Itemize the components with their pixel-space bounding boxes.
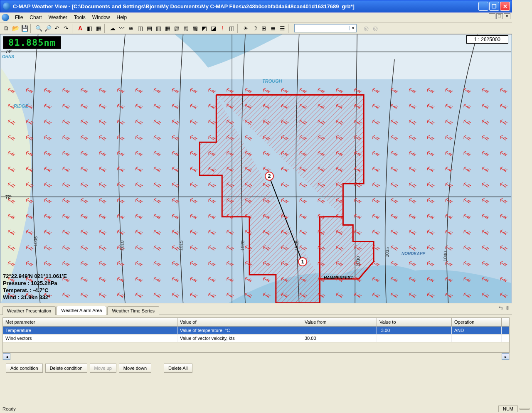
separator-icon: [237, 24, 240, 33]
tool-icon[interactable]: ≣: [268, 24, 278, 33]
tab-pin-icon[interactable]: ⇆: [499, 305, 503, 311]
tool-icon[interactable]: ⊞: [259, 24, 268, 33]
menu-chart[interactable]: Chart: [26, 14, 45, 21]
wx-icon[interactable]: ☁: [108, 24, 117, 33]
app-icon: [3, 2, 10, 10]
isobar-label: 1010: [119, 241, 125, 251]
cell-valueto: -3.00: [377, 327, 452, 334]
mdi-restore-button[interactable]: ❐: [496, 13, 503, 19]
col-header-param[interactable]: Met parameter: [3, 318, 177, 326]
tool-icon[interactable]: ☀: [241, 24, 250, 33]
wx-icon[interactable]: ◩: [200, 24, 209, 33]
a-tool-icon[interactable]: A: [76, 24, 85, 33]
grid-header: Met parameter Value of Value from Value …: [3, 318, 509, 327]
zoom-out-icon[interactable]: 🔎: [43, 24, 52, 33]
cell-valueto: [377, 334, 452, 342]
tool-icon[interactable]: ☽: [250, 24, 259, 33]
wx-icon[interactable]: ◫: [135, 24, 145, 33]
wx-icon[interactable]: ▧: [172, 24, 181, 33]
isobar-label: 1035: [384, 247, 390, 258]
move-up-button[interactable]: Move up: [90, 364, 116, 373]
window-title: C-MAP Weather View - [C:\Documents and S…: [13, 3, 478, 10]
mdi-icon: [2, 14, 9, 21]
scroll-left-icon[interactable]: ◂: [3, 353, 10, 360]
delete-condition-button[interactable]: Delete condition: [45, 364, 87, 373]
circle-icon[interactable]: ◎: [371, 24, 380, 33]
tab-weather-presentation[interactable]: Weather Presentation: [2, 306, 56, 315]
circle-icon[interactable]: ◎: [362, 24, 371, 33]
chart-map[interactable]: // programmatically stamp wind barbs gri…: [0, 34, 512, 303]
alert-icon[interactable]: !: [218, 24, 227, 33]
wx-icon[interactable]: ◫: [227, 24, 236, 33]
cursor-position: 72°22.949'N 021°11.061'E: [3, 273, 67, 280]
isobar-label: 1030: [355, 256, 361, 267]
alarm-grid-panel: Met parameter Value of Value from Value …: [0, 315, 512, 379]
new-icon[interactable]: 🗎: [2, 24, 11, 33]
status-ready: Ready: [2, 406, 16, 411]
grid-row[interactable]: Temperature Value of temperature, °C -3.…: [3, 327, 509, 334]
wx-icon[interactable]: ▩: [190, 24, 200, 33]
cursor-info-box: 72°22.949'N 021°11.061'E Pressure : 1025…: [3, 273, 67, 301]
col-header-operation[interactable]: Operation: [452, 318, 502, 326]
wx-icon[interactable]: ▤: [145, 24, 154, 33]
wx-icon[interactable]: 〰: [117, 24, 126, 33]
waypoint-1[interactable]: 1: [298, 257, 307, 266]
map-label-nordkapp: NORDKAPP: [401, 251, 425, 256]
col-header-valuefrom[interactable]: Value from: [302, 318, 377, 326]
save-icon[interactable]: 💾: [20, 24, 29, 33]
menu-file[interactable]: File: [12, 14, 26, 21]
cell-param: Temperature: [3, 327, 177, 334]
cursor-wind: Wind : 31.9kn 332°: [3, 294, 67, 301]
menu-tools[interactable]: Tools: [71, 14, 89, 21]
menu-help[interactable]: Help: [113, 14, 131, 21]
waypoint-2[interactable]: 2: [265, 172, 274, 181]
status-bar: Ready NUM: [0, 404, 512, 413]
undo-icon[interactable]: ↶: [52, 24, 62, 33]
layers-icon[interactable]: ▦: [94, 24, 103, 33]
tab-close-icon[interactable]: ⊗: [505, 305, 510, 311]
wx-icon[interactable]: ≋: [126, 24, 135, 33]
wx-icon[interactable]: ▦: [163, 24, 172, 33]
add-condition-button[interactable]: Add condition: [6, 364, 43, 373]
separator-icon: [72, 24, 74, 33]
close-button[interactable]: ✕: [500, 2, 510, 11]
tab-weather-alarm-area[interactable]: Weather Alarm Area: [57, 306, 106, 315]
map-label-ridge: RIDGE: [14, 103, 28, 108]
cell-operation: AND: [452, 327, 502, 334]
cell-operation: [452, 334, 502, 342]
palette-icon[interactable]: ◧: [85, 24, 94, 33]
mdi-close-button[interactable]: ✕: [504, 13, 510, 19]
toolbar-combo[interactable]: ▾: [294, 24, 357, 32]
cell-valuefrom: [302, 327, 377, 334]
wx-icon[interactable]: ▥: [154, 24, 163, 33]
zoom-in-icon[interactable]: 🔍: [34, 24, 43, 33]
scroll-right-icon[interactable]: ▸: [502, 353, 509, 360]
horizontal-scrollbar[interactable]: ◂ ▸: [2, 353, 510, 360]
col-header-valueto[interactable]: Value to: [377, 318, 452, 326]
open-icon[interactable]: 📂: [11, 24, 20, 33]
menu-weather[interactable]: Weather: [45, 14, 71, 21]
maximize-button[interactable]: ❐: [489, 2, 499, 11]
dropdown-arrow-icon[interactable]: ▾: [350, 26, 356, 30]
mdi-minimize-button[interactable]: _: [489, 13, 495, 19]
wx-icon[interactable]: ▨: [181, 24, 190, 33]
scale-readout: 1 : 2625000: [466, 35, 508, 44]
menu-window[interactable]: Window: [89, 14, 113, 21]
redo-icon[interactable]: ↷: [62, 24, 71, 33]
move-down-button[interactable]: Move down: [119, 364, 151, 373]
col-header-valueof[interactable]: Value of: [177, 318, 302, 326]
separator-icon: [104, 24, 107, 33]
delete-all-button[interactable]: Delete All: [164, 364, 192, 373]
grid-row[interactable]: Wind vectors Value of vector velocity, k…: [3, 334, 509, 342]
separator-icon: [30, 24, 33, 33]
minimize-button[interactable]: _: [478, 2, 488, 11]
tool-icon[interactable]: ☰: [278, 24, 287, 33]
button-row: Add condition Delete condition Move up M…: [2, 360, 510, 377]
wx-icon[interactable]: ◪: [209, 24, 218, 33]
cursor-pressure: Pressure : 1025.2hPa: [3, 280, 67, 287]
tab-weather-time-series[interactable]: Weather Time Series: [107, 306, 159, 315]
map-svg: [0, 34, 512, 303]
map-label-trough: TROUGH: [262, 79, 282, 84]
cell-valueof: Value of temperature, °C: [177, 327, 302, 334]
isobar-label: 1025: [294, 241, 299, 251]
